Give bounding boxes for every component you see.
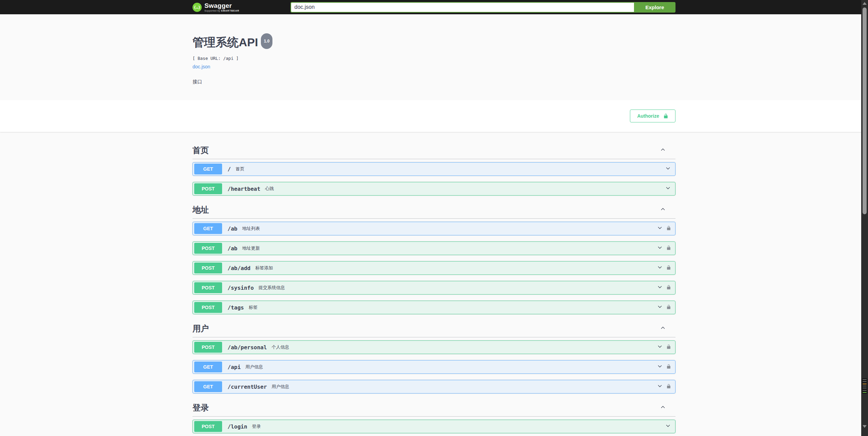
method-badge: GET [194,381,222,392]
section-operations: GET / 首页 POST /heartbeat 心跳 [193,162,675,196]
lock-icon[interactable] [666,225,671,232]
topbar: {…} Swagger Supported by SMARTBEAR Explo… [0,0,868,14]
method-badge: POST [194,302,222,313]
lock-icon[interactable] [666,284,671,291]
section-title: 登录 [193,402,209,413]
operation-summary: 地址更新 [242,245,260,251]
operation-summary: 心跳 [265,186,274,192]
unlock-icon [663,113,668,119]
operation-row[interactable]: GET / 首页 [193,162,675,176]
method-badge: GET [194,223,222,234]
api-description: 接口 [193,79,675,85]
operation-row[interactable]: GET /ab 地址列表 [193,222,675,235]
authorize-label: Authorize [637,113,659,119]
operation-path: /currentUser [228,384,267,390]
swagger-logo-icon: {…} [193,3,202,12]
section-header[interactable]: 登录 [193,400,675,417]
section-operations: GET /ab 地址列表 POST /ab 地址更新 POST /ab/add … [193,222,675,314]
chevron-down-icon[interactable] [657,264,663,272]
operation-row[interactable]: GET /api 用户信息 [193,360,675,374]
method-badge: GET [194,362,222,372]
opblock-tag-section: 首页 GET / 首页 POST /heartbeat 心跳 [193,142,675,196]
chevron-up-icon[interactable] [660,404,666,412]
method-badge: POST [194,183,222,194]
operation-row[interactable]: POST /ab 地址更新 [193,241,675,255]
chevron-up-icon[interactable] [660,325,666,332]
section-header[interactable]: 首页 [193,142,675,159]
chevron-down-icon[interactable] [657,363,663,371]
section-title: 用户 [193,323,209,334]
lock-icon[interactable] [666,383,671,390]
method-badge: GET [194,164,222,174]
method-badge: POST [194,243,222,254]
method-badge: POST [194,263,222,273]
lock-icon[interactable] [666,304,671,311]
chevron-down-icon[interactable] [657,245,663,252]
operation-path: /api [228,364,241,370]
section-operations: POST /login 登录 POST /login/outLogin 退出登录 [193,420,675,436]
opblock-tag-section: 登录 POST /login 登录 POST /login/outLogin 退… [193,400,675,436]
method-badge: POST [194,421,222,432]
scrollbar[interactable] [861,0,868,436]
operation-row[interactable]: GET /currentUser 用户信息 [193,380,675,393]
section-title: 地址 [193,204,209,215]
operation-row[interactable]: POST /tags 标签 [193,301,675,314]
operation-summary: 用户信息 [272,384,289,390]
operation-path: /sysinfo [228,285,254,291]
operation-path: /ab [228,245,237,252]
operation-row[interactable]: POST /ab/personal 个人信息 [193,340,675,354]
scroll-down-button[interactable] [863,425,867,428]
lock-icon[interactable] [666,364,671,371]
lock-icon[interactable] [666,265,671,272]
operation-summary: 个人信息 [272,344,289,350]
section-operations: POST /ab/personal 个人信息 GET /api 用户信息 GET… [193,340,675,393]
operation-summary: 标签添加 [255,265,273,271]
chevron-down-icon[interactable] [657,284,663,291]
chevron-down-icon[interactable] [665,165,671,173]
method-badge: POST [194,342,222,353]
method-badge: POST [194,282,222,293]
scroll-up-button[interactable] [863,2,867,5]
chevron-up-icon[interactable] [660,147,666,154]
section-title: 首页 [193,145,209,156]
section-header[interactable]: 用户 [193,320,675,337]
operation-path: /tags [228,304,244,311]
scheme-container: Authorize [0,100,868,132]
operation-row[interactable]: POST /heartbeat 心跳 [193,182,675,196]
operation-summary: 地址列表 [242,225,260,232]
chevron-down-icon[interactable] [665,185,671,192]
explore-button[interactable]: Explore [634,2,675,13]
opblock-tag-section: 用户 POST /ab/personal 个人信息 GET /api 用户信息 [193,320,675,393]
base-url: [ Base URL: /api ] [193,56,675,61]
operation-row[interactable]: POST /sysinfo 提交系统信息 [193,281,675,295]
lock-icon[interactable] [666,245,671,252]
scrollbar-thumb[interactable] [863,7,867,214]
operation-path: /ab/personal [228,344,267,351]
chevron-down-icon[interactable] [665,423,671,430]
chevron-down-icon[interactable] [657,225,663,232]
operation-row[interactable]: POST /ab/add 标签添加 [193,261,675,275]
chevron-up-icon[interactable] [660,206,666,214]
spec-url-input[interactable] [290,2,634,13]
chevron-down-icon[interactable] [657,383,663,390]
swagger-logo[interactable]: {…} Swagger Supported by SMARTBEAR [193,2,239,12]
brand-name: Swagger [204,2,239,9]
operation-summary: 首页 [236,166,245,172]
operation-path: /login [228,423,247,430]
operation-summary: 提交系统信息 [258,285,285,291]
operation-summary: 用户信息 [246,364,263,370]
spec-link[interactable]: doc.json [193,64,210,69]
section-header[interactable]: 地址 [193,202,675,219]
operation-row[interactable]: POST /login 登录 [193,420,675,433]
authorize-button[interactable]: Authorize [630,110,675,122]
operation-path: /heartbeat [228,186,260,192]
spec-url-form: Explore [290,2,675,13]
information-container: 管理系统API1.0 [ Base URL: /api ] doc.json 接… [186,14,682,100]
lock-icon[interactable] [666,344,671,351]
operations-root: 首页 GET / 首页 POST /heartbeat 心跳 [186,132,682,436]
scroll-minimap [862,378,867,394]
operation-summary: 标签 [249,304,257,311]
chevron-down-icon[interactable] [657,304,663,311]
chevron-down-icon[interactable] [657,343,663,351]
page-title: 管理系统API1.0 [193,35,675,51]
